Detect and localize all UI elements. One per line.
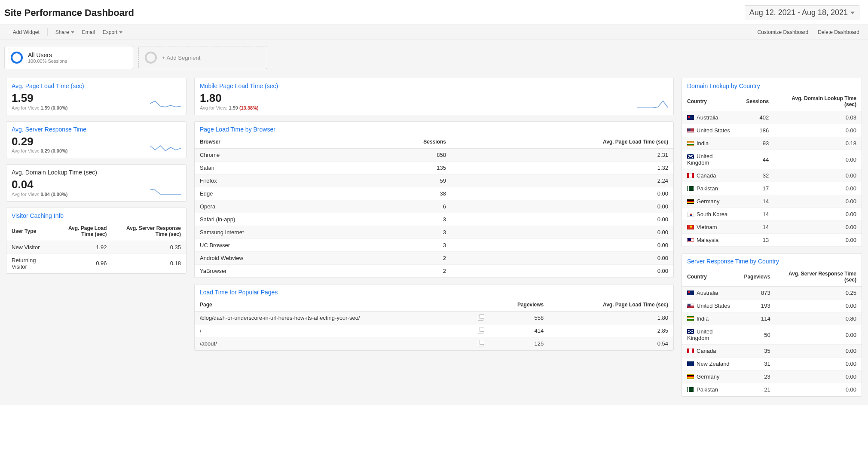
sparkline [150, 98, 181, 110]
cell-country[interactable]: Australia [682, 111, 741, 124]
cell-time: 0.18 [774, 137, 862, 150]
caching-table: User Type Avg. Page Load Time (sec) Avg.… [6, 222, 186, 273]
widget-avg-server-response[interactable]: Avg. Server Response Time 0.29 Avg for V… [6, 121, 186, 159]
share-button[interactable]: Share [55, 29, 74, 35]
table-row: South Korea 14 0.00 [682, 208, 862, 221]
cell-time: 0.00 [776, 345, 862, 358]
cell-pageviews: 23 [739, 370, 775, 383]
widget-mobile-load[interactable]: Mobile Page Load Time (sec) 1.80 Avg for… [194, 78, 674, 115]
cell-sessions: 135 [355, 161, 451, 174]
widget-avg-domain-lookup[interactable]: Avg. Domain Lookup Time (sec) 0.04 Avg f… [6, 164, 186, 202]
cell-country[interactable]: United States [682, 124, 741, 137]
customize-dashboard-link[interactable]: Customize Dashboard [758, 29, 809, 35]
cell-page[interactable]: /blog/dash-or-underscore-in-url-heres-ho… [195, 311, 489, 324]
cell-browser[interactable]: Firefox [195, 174, 355, 187]
table-row: Germany 23 0.00 [682, 370, 862, 383]
widget-title: Avg. Domain Lookup Time (sec) [6, 165, 186, 178]
cell-browser[interactable]: YaBrowser [195, 264, 355, 277]
cell-time: 0.00 [776, 325, 862, 345]
cell-time: 0.00 [451, 239, 673, 251]
cell-user-type: New Visitor [6, 241, 53, 254]
flag-icon [687, 141, 694, 146]
divider [47, 28, 48, 36]
cell-country[interactable]: United States [682, 300, 739, 312]
share-label: Share [55, 29, 69, 35]
delete-dashboard-link[interactable]: Delete Dashboard [818, 29, 859, 35]
cell-country[interactable]: Germany [682, 195, 741, 208]
browser-table: Browser Sessions Avg. Page Load Time (se… [195, 135, 673, 278]
cell-country[interactable]: India [682, 137, 741, 150]
table-row: New Visitor 1.92 0.35 [6, 241, 186, 254]
widget-server-country[interactable]: Server Response Time by Country Country … [682, 253, 862, 397]
table-row: UC Browser 3 0.00 [195, 239, 673, 251]
flag-icon [687, 291, 694, 295]
cell-sessions: 13 [741, 234, 774, 247]
widget-avg-page-load[interactable]: Avg. Page Load Time (sec) 1.59 Avg for V… [6, 78, 186, 115]
cell-browser[interactable]: Opera [195, 200, 355, 213]
chevron-down-icon [71, 31, 74, 34]
table-row: Canada 32 0.00 [682, 169, 862, 182]
cell-country[interactable]: Canada [682, 169, 741, 182]
flag-icon [687, 238, 694, 242]
server-country-table: Country Pageviews Avg. Server Response T… [682, 267, 862, 396]
widget-browser-load[interactable]: Page Load Time by Browser Browser Sessio… [194, 121, 674, 278]
metric-value: 0.04 [12, 178, 67, 191]
email-button[interactable]: Email [82, 29, 95, 35]
cell-country[interactable]: Germany [682, 370, 739, 383]
widget-domain-country[interactable]: Domain Lookup by Country Country Session… [682, 78, 862, 247]
widget-title: Mobile Page Load Time (sec) [195, 78, 673, 92]
cell-browser[interactable]: Samsung Internet [195, 226, 355, 239]
flag-icon [687, 199, 694, 204]
cell-country[interactable]: Malaysia [682, 234, 741, 247]
cell-browser[interactable]: Edge [195, 187, 355, 200]
cell-page[interactable]: / [195, 324, 489, 337]
table-row: India 93 0.18 [682, 137, 862, 150]
cell-country[interactable]: India [682, 312, 739, 325]
cell-time: 0.00 [774, 169, 862, 182]
cell-time: 0.00 [774, 182, 862, 195]
external-link-icon[interactable] [478, 341, 483, 346]
cell-time: 0.00 [451, 264, 673, 277]
cell-time: 2.24 [451, 174, 673, 187]
cell-country[interactable]: Pakistan [682, 182, 741, 195]
external-link-icon[interactable] [478, 315, 483, 321]
cell-time: 0.00 [774, 124, 862, 137]
cell-srt: 0.18 [112, 254, 186, 273]
cell-country[interactable]: United Kingdom [682, 325, 739, 345]
table-row: Germany 14 0.00 [682, 195, 862, 208]
cell-plt: 0.96 [53, 254, 112, 273]
cell-browser[interactable]: Safari [195, 161, 355, 174]
widget-popular-pages[interactable]: Load Time for Popular Pages Page Pagevie… [194, 284, 674, 351]
cell-browser[interactable]: Android Webview [195, 251, 355, 264]
cell-sessions: 14 [741, 195, 774, 208]
cell-browser[interactable]: UC Browser [195, 239, 355, 251]
table-row: Pakistan 21 0.00 [682, 383, 862, 396]
cell-country[interactable]: New Zealand [682, 358, 739, 370]
add-segment-button[interactable]: + Add Segment [138, 46, 267, 69]
add-widget-button[interactable]: + Add Widget [9, 29, 40, 35]
segment-all-users[interactable]: All Users 100.00% Sessions [4, 46, 133, 69]
date-range-picker[interactable]: Aug 12, 2021 - Aug 18, 2021 [745, 5, 859, 20]
cell-country[interactable]: United Kingdom [682, 150, 741, 169]
cell-sessions: 6 [355, 200, 451, 213]
cell-country[interactable]: Canada [682, 345, 739, 358]
table-row: Malaysia 13 0.00 [682, 234, 862, 247]
cell-time: 2.31 [451, 148, 673, 161]
cell-country[interactable]: South Korea [682, 208, 741, 221]
cell-country[interactable]: Pakistan [682, 383, 739, 396]
add-segment-label: + Add Segment [162, 55, 200, 61]
widget-visitor-caching[interactable]: Visitor Caching Info User Type Avg. Page… [6, 208, 186, 274]
cell-browser[interactable]: Safari (in-app) [195, 213, 355, 226]
cell-country[interactable]: Australia [682, 287, 739, 300]
cell-pageviews: 414 [489, 324, 549, 337]
col-user-type: User Type [6, 222, 53, 241]
table-row: United Kingdom 44 0.00 [682, 150, 862, 169]
col-page: Page [195, 298, 489, 312]
cell-browser[interactable]: Chrome [195, 148, 355, 161]
cell-page[interactable]: /about/ [195, 337, 489, 350]
cell-country[interactable]: Vietnam [682, 221, 741, 234]
metric-sub: Avg for View: 0.29 (0.00%) [12, 148, 67, 153]
external-link-icon[interactable] [478, 328, 483, 333]
export-button[interactable]: Export [103, 29, 123, 35]
flag-icon [687, 154, 694, 159]
